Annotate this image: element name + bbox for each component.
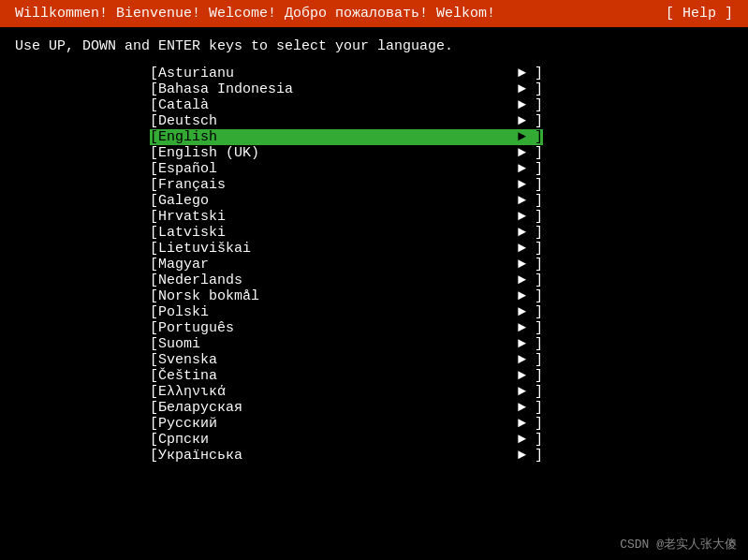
- language-item[interactable]: [ Español► ]: [150, 161, 543, 177]
- bracket-open: [: [150, 336, 158, 352]
- arrow-right-icon: ► ]: [518, 273, 543, 288]
- bracket-open: [: [150, 432, 158, 448]
- arrow-right-icon: ► ]: [518, 400, 543, 416]
- lang-name: Norsk bokmål: [158, 288, 345, 304]
- lang-name: Українська: [158, 448, 345, 464]
- language-item[interactable]: [ English► ]: [150, 129, 543, 145]
- language-item[interactable]: [ Nederlands► ]: [150, 273, 543, 288]
- language-item[interactable]: [ Hrvatski► ]: [150, 209, 543, 225]
- lang-name: Čeština: [158, 368, 345, 384]
- language-item[interactable]: [ Српски► ]: [150, 432, 543, 448]
- bracket-open: [: [150, 209, 158, 225]
- lang-name: Српски: [158, 432, 345, 448]
- lang-name: Polski: [158, 304, 345, 320]
- lang-name: English: [158, 129, 345, 145]
- lang-name: Suomi: [158, 336, 345, 352]
- bracket-open: [: [150, 384, 158, 400]
- language-item[interactable]: [ Українська► ]: [150, 448, 543, 464]
- lang-name: English (UK): [158, 145, 345, 161]
- language-item[interactable]: [ Asturianu► ]: [150, 66, 543, 81]
- lang-name: Nederlands: [158, 273, 345, 288]
- lang-name: Русский: [158, 416, 345, 432]
- arrow-right-icon: ► ]: [518, 145, 543, 161]
- bracket-open: [: [150, 129, 158, 145]
- lang-name: Español: [158, 161, 345, 177]
- lang-name: Latviski: [158, 225, 345, 241]
- bracket-open: [: [150, 368, 158, 384]
- lang-name: Deutsch: [158, 113, 345, 129]
- lang-name: Asturianu: [158, 66, 345, 81]
- arrow-right-icon: ► ]: [518, 384, 543, 400]
- arrow-right-icon: ► ]: [518, 241, 543, 257]
- language-item[interactable]: [ Latviski► ]: [150, 225, 543, 241]
- bracket-open: [: [150, 320, 158, 336]
- arrow-right-icon: ► ]: [518, 368, 543, 384]
- language-list: [ Asturianu► ][ Bahasa Indonesia► ][ Cat…: [0, 66, 748, 464]
- instruction-text: Use UP, DOWN and ENTER keys to select yo…: [0, 27, 748, 62]
- arrow-right-icon: ► ]: [518, 257, 543, 273]
- arrow-right-icon: ► ]: [518, 336, 543, 352]
- language-item[interactable]: [ Norsk bokmål► ]: [150, 288, 543, 304]
- language-item[interactable]: [ Deutsch► ]: [150, 113, 543, 129]
- language-item[interactable]: [ Galego► ]: [150, 193, 543, 209]
- language-item[interactable]: [ Svenska► ]: [150, 352, 543, 368]
- bracket-open: [: [150, 416, 158, 432]
- bracket-open: [: [150, 161, 158, 177]
- watermark: CSDN @老实人张大傻: [620, 536, 737, 553]
- arrow-right-icon: ► ]: [518, 416, 543, 432]
- arrow-right-icon: ► ]: [518, 225, 543, 241]
- bracket-open: [: [150, 193, 158, 209]
- language-item[interactable]: [ Lietuviškai► ]: [150, 241, 543, 257]
- language-item[interactable]: [ Magyar► ]: [150, 257, 543, 273]
- language-item[interactable]: [ Беларуская► ]: [150, 400, 543, 416]
- bracket-open: [: [150, 273, 158, 288]
- bracket-open: [: [150, 66, 158, 81]
- language-item[interactable]: [ Català► ]: [150, 97, 543, 113]
- bracket-open: [: [150, 113, 158, 129]
- arrow-right-icon: ► ]: [518, 320, 543, 336]
- bracket-open: [: [150, 177, 158, 193]
- help-button[interactable]: [ Help ]: [666, 6, 733, 22]
- language-item[interactable]: [ Português► ]: [150, 320, 543, 336]
- lang-name: Ελληνικά: [158, 384, 345, 400]
- bracket-open: [: [150, 81, 158, 97]
- header-bar: Willkommen! Bienvenue! Welcome! Добро по…: [0, 0, 748, 27]
- bracket-open: [: [150, 145, 158, 161]
- language-item[interactable]: [ Polski► ]: [150, 304, 543, 320]
- arrow-right-icon: ► ]: [518, 129, 543, 145]
- lang-name: Català: [158, 97, 345, 113]
- bracket-open: [: [150, 448, 158, 464]
- bracket-open: [: [150, 400, 158, 416]
- lang-name: Bahasa Indonesia: [158, 81, 345, 97]
- bracket-open: [: [150, 97, 158, 113]
- language-item[interactable]: [ Suomi► ]: [150, 336, 543, 352]
- language-item[interactable]: [ Русский► ]: [150, 416, 543, 432]
- arrow-right-icon: ► ]: [518, 304, 543, 320]
- arrow-right-icon: ► ]: [518, 448, 543, 464]
- arrow-right-icon: ► ]: [518, 177, 543, 193]
- arrow-right-icon: ► ]: [518, 193, 543, 209]
- bracket-open: [: [150, 257, 158, 273]
- language-item[interactable]: [ English (UK)► ]: [150, 145, 543, 161]
- lang-name: Français: [158, 177, 345, 193]
- bracket-open: [: [150, 225, 158, 241]
- lang-name: Беларуская: [158, 400, 345, 416]
- arrow-right-icon: ► ]: [518, 352, 543, 368]
- language-item[interactable]: [ Français► ]: [150, 177, 543, 193]
- arrow-right-icon: ► ]: [518, 97, 543, 113]
- bracket-open: [: [150, 352, 158, 368]
- lang-name: Galego: [158, 193, 345, 209]
- header-title: Willkommen! Bienvenue! Welcome! Добро по…: [15, 6, 495, 22]
- bracket-open: [: [150, 241, 158, 257]
- lang-name: Hrvatski: [158, 209, 345, 225]
- lang-name: Svenska: [158, 352, 345, 368]
- language-item[interactable]: [ Bahasa Indonesia► ]: [150, 81, 543, 97]
- bracket-open: [: [150, 304, 158, 320]
- arrow-right-icon: ► ]: [518, 81, 543, 97]
- arrow-right-icon: ► ]: [518, 66, 543, 81]
- language-item[interactable]: [ Ελληνικά► ]: [150, 384, 543, 400]
- language-item[interactable]: [ Čeština► ]: [150, 368, 543, 384]
- arrow-right-icon: ► ]: [518, 113, 543, 129]
- lang-name: Lietuviškai: [158, 241, 345, 257]
- arrow-right-icon: ► ]: [518, 432, 543, 448]
